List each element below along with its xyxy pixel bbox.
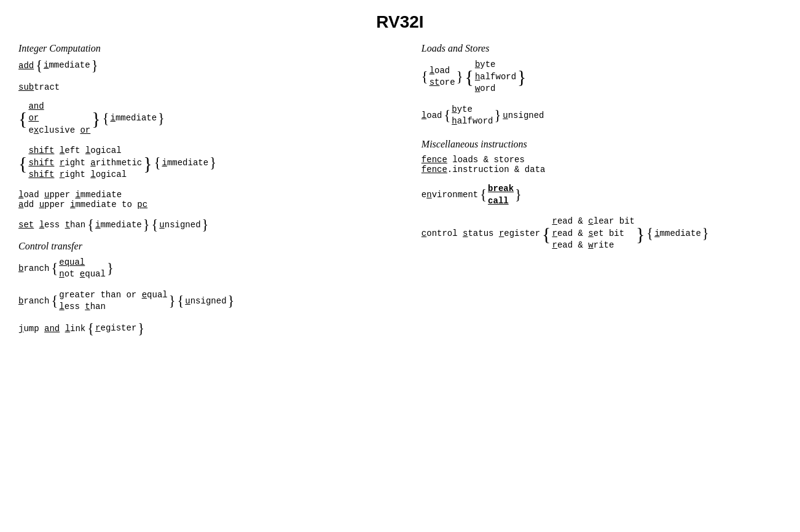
left-column: Integer Computation add { immediate } su…: [18, 43, 415, 344]
block-branch-gte: branch { greater than or equal less than…: [18, 289, 409, 313]
block-logical: { and or exclusive or } { immediate }: [18, 101, 409, 137]
brace-load-store: { load store }: [422, 65, 463, 89]
section-misc: Miscellaneous instructions: [422, 139, 782, 150]
section-integer-computation: Integer Computation: [18, 43, 409, 54]
brace-immediate-add: { immediate }: [36, 59, 98, 73]
cmd-subtract: subtract: [18, 82, 60, 92]
brace-load-bh: { byte halfword }: [444, 104, 501, 128]
block-shifts: { shift left logical shift right arithme…: [18, 145, 409, 181]
brace-immediate-shift: { immediate }: [154, 156, 216, 170]
block-add: add { immediate }: [18, 59, 409, 73]
cmd-add: add: [18, 59, 34, 72]
brace-unsigned-slt: { unsigned }: [152, 218, 209, 232]
block-jump: jump and link { register }: [18, 322, 409, 336]
block-subtract: subtract: [18, 82, 409, 92]
brace-immediate-logical: { immediate }: [103, 112, 165, 126]
block-load-unsigned: load { byte halfword } unsigned: [422, 104, 782, 128]
brace-jump: { register }: [87, 322, 144, 336]
section-control-transfer: Control transfer: [18, 241, 409, 252]
page-title: RV32I: [18, 12, 782, 32]
block-slt: set less than { immediate } { unsigned }: [18, 218, 409, 232]
brace-size-ls: { byte halfword word }: [465, 59, 526, 95]
brace-logical-ops: { and or exclusive or }: [18, 101, 101, 137]
block-fence: fence loads & stores fence.instruction &…: [422, 155, 782, 174]
block-upper: load upper immediate add upper immediate…: [18, 190, 409, 209]
brace-shift-ops: { shift left logical shift right arithme…: [18, 145, 152, 181]
block-load-store: { load store } { byte halfword word }: [422, 59, 782, 95]
brace-branch-gte: { greater than or equal less than }: [51, 289, 175, 313]
brace-csr-immediate: { immediate }: [646, 227, 708, 241]
brace-unsigned-branch: { unsigned }: [178, 294, 235, 308]
block-csr: control status register { read & clear b…: [422, 216, 782, 252]
brace-branch-eq: { equal not equal }: [51, 257, 113, 281]
brace-immediate-slt: { immediate }: [87, 218, 149, 232]
brace-csr-ops: { read & clear bit read & set bit read &…: [542, 216, 645, 252]
block-environment: environment { break call }: [422, 183, 782, 207]
section-loads-stores: Loads and Stores: [422, 43, 782, 54]
right-column: Loads and Stores { load store } { byte h…: [415, 43, 782, 344]
block-branch-eq: branch { equal not equal }: [18, 257, 409, 281]
brace-env: { break call }: [480, 183, 522, 207]
